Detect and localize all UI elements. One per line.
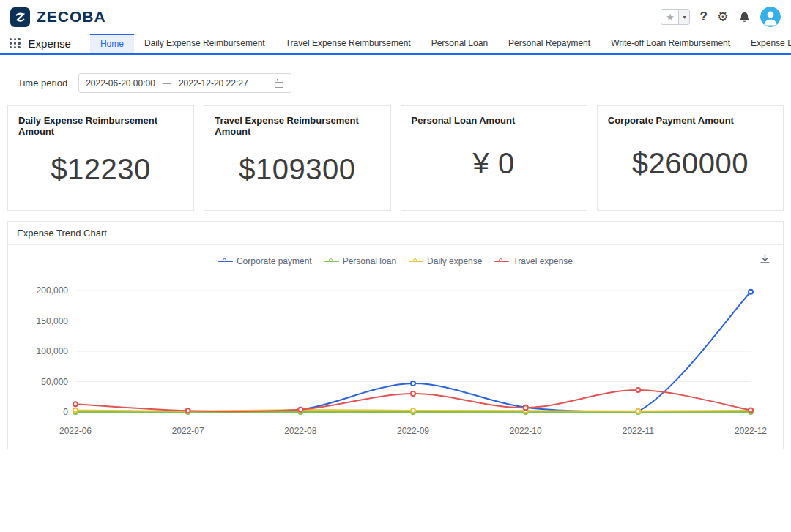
calendar-icon [274, 78, 284, 89]
bell-icon [738, 11, 751, 23]
brand-name: ZECOBA [37, 8, 106, 26]
brand-logo: ZECOBA [10, 7, 106, 27]
card-title: Travel Expense Reimbursement Amount [215, 115, 379, 137]
data-point-marker [411, 391, 415, 396]
download-chart-button[interactable] [759, 252, 771, 265]
expense-trend-chart: 050,000100,000150,000200,0002022-062022-… [8, 269, 783, 444]
page-content: Time period 2022-06-20 00:00 — 2022-12-2… [0, 73, 791, 449]
tab-personal-loan[interactable]: Personal Loan [421, 34, 498, 53]
card-title: Daily Expense Reimbursement Amount [18, 115, 183, 137]
zecoba-logo-icon [10, 7, 30, 27]
app-header: ZECOBA ★ ▾ ? ⚙ [0, 0, 791, 34]
x-tick-label: 2022-11 [623, 426, 654, 436]
legend-label: Personal loan [343, 256, 396, 266]
x-tick-label: 2022-08 [284, 426, 316, 436]
tab-write-off-loan-reimbursement[interactable]: Write-off Loan Reimbursement [601, 34, 740, 53]
card-value: $12230 [18, 137, 183, 201]
card-value: $109300 [215, 137, 379, 201]
start-date-value: 2022-06-20 00:00 [86, 78, 155, 89]
card-value: $260000 [608, 126, 773, 201]
download-icon [759, 252, 771, 265]
tab-daily-expense-reimbursement[interactable]: Daily Expense Reimbursement [134, 34, 275, 53]
tab-strip: Home Daily Expense Reimbursement Travel … [90, 34, 791, 53]
favorite-widget[interactable]: ★ ▾ [661, 9, 690, 25]
module-navbar: Expense Home Daily Expense Reimbursement… [0, 34, 791, 55]
stat-card-daily-expense: Daily Expense Reimbursement Amount $1223… [7, 105, 194, 211]
panel-title: Expense Trend Chart [8, 222, 783, 245]
user-avatar[interactable] [760, 7, 781, 27]
header-actions: ★ ▾ ? ⚙ [661, 7, 781, 27]
y-tick-label: 0 [63, 407, 68, 417]
stat-card-travel-expense: Travel Expense Reimbursement Amount $109… [204, 105, 390, 211]
x-tick-label: 2022-07 [172, 426, 204, 436]
y-tick-label: 100,000 [37, 346, 69, 356]
data-point-marker [298, 408, 302, 412]
card-title: Corporate Payment Amount [608, 115, 773, 126]
time-period-label: Time period [18, 78, 67, 89]
chevron-down-icon[interactable]: ▾ [678, 10, 689, 24]
stat-card-personal-loan: Personal Loan Amount ¥ 0 [401, 105, 587, 211]
data-point-marker [186, 408, 190, 413]
data-point-marker [749, 408, 753, 413]
stat-cards-row: Daily Expense Reimbursement Amount $1223… [7, 105, 784, 211]
line-marker-icon [494, 258, 509, 265]
line-marker-icon [409, 258, 423, 265]
filter-row: Time period 2022-06-20 00:00 — 2022-12-2… [7, 73, 784, 93]
tab-personal-repayment[interactable]: Personal Repayment [498, 34, 601, 53]
data-point-marker [73, 402, 78, 406]
data-point-marker [749, 290, 753, 294]
tab-travel-expense-reimbursement[interactable]: Travel Expense Reimbursement [275, 34, 421, 53]
help-button[interactable]: ? [699, 10, 707, 24]
user-icon [760, 7, 781, 27]
legend-daily-expense[interactable]: Daily expense [409, 256, 482, 266]
end-date-value: 2022-12-20 22:27 [179, 78, 248, 89]
tab-expense-detail[interactable]: Expense Detail [740, 34, 791, 53]
notifications-button[interactable] [738, 11, 751, 23]
x-tick-label: 2022-09 [397, 426, 429, 436]
line-marker-icon [324, 258, 339, 265]
expense-trend-panel: Expense Trend Chart Corporate payment Pe… [7, 221, 784, 449]
y-tick-label: 150,000 [37, 316, 69, 326]
x-tick-label: 2022-10 [510, 426, 542, 436]
chart-legend: Corporate payment Personal loan Daily ex… [8, 254, 783, 269]
legend-label: Travel expense [513, 256, 573, 266]
data-point-marker [636, 409, 640, 413]
line-marker-icon [218, 258, 233, 265]
legend-personal-loan[interactable]: Personal loan [324, 256, 396, 266]
range-separator: — [163, 78, 171, 89]
time-period-input[interactable]: 2022-06-20 00:00 — 2022-12-20 22:27 [78, 73, 291, 93]
y-tick-label: 200,000 [37, 285, 69, 296]
card-title: Personal Loan Amount [412, 115, 576, 126]
data-point-marker [411, 381, 415, 386]
x-tick-label: 2022-12 [735, 426, 767, 436]
apps-grid-icon[interactable] [10, 38, 21, 49]
legend-label: Daily expense [427, 256, 482, 266]
data-point-marker [636, 388, 640, 392]
y-tick-label: 50,000 [41, 377, 68, 387]
module-title: Expense [29, 37, 71, 50]
legend-corporate-payment[interactable]: Corporate payment [218, 256, 312, 266]
data-point-marker [73, 408, 78, 413]
star-icon[interactable]: ★ [661, 10, 678, 24]
x-tick-label: 2022-06 [59, 426, 92, 436]
legend-label: Corporate payment [237, 256, 312, 266]
data-point-marker [411, 408, 415, 413]
data-point-marker [524, 405, 528, 410]
legend-travel-expense[interactable]: Travel expense [494, 256, 573, 266]
stat-card-corporate-payment: Corporate Payment Amount $260000 [597, 105, 784, 211]
chart-area: Corporate payment Personal loan Daily ex… [8, 245, 783, 449]
card-value: ¥ 0 [412, 126, 576, 201]
tab-home[interactable]: Home [90, 34, 134, 53]
settings-button[interactable]: ⚙ [717, 10, 729, 23]
